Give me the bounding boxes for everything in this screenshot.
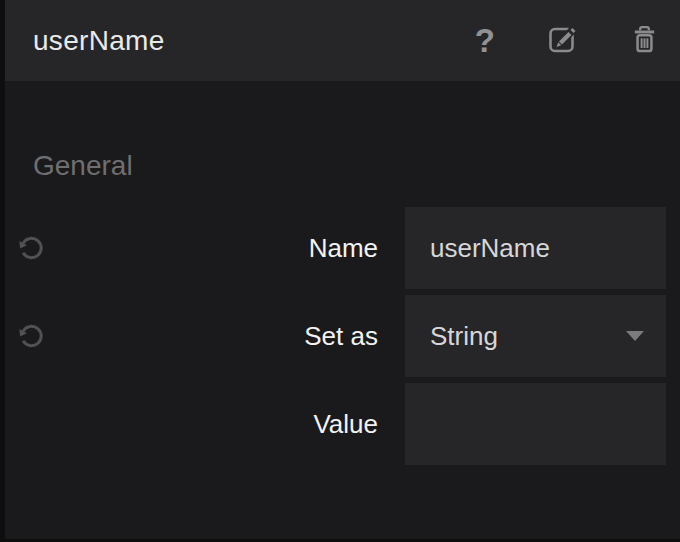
property-row-value: Value — [0, 383, 680, 465]
name-field — [405, 207, 666, 289]
edit-icon — [547, 23, 579, 58]
property-row-name: Name — [0, 207, 680, 289]
section-title-general: General — [33, 150, 133, 182]
value-field — [405, 383, 666, 465]
property-row-set-as: Set as String — [0, 295, 680, 377]
help-icon: ? — [475, 24, 495, 57]
panel-header: userName ? — [0, 0, 680, 81]
chevron-down-icon — [626, 331, 644, 341]
edit-button[interactable] — [547, 23, 579, 58]
name-field-label: Name — [0, 207, 378, 289]
value-input[interactable] — [405, 383, 666, 465]
set-as-dropdown[interactable]: String — [405, 295, 666, 377]
value-field-label: Value — [0, 383, 378, 465]
trash-icon — [631, 24, 658, 58]
set-as-field-label: Set as — [0, 295, 378, 377]
delete-button[interactable] — [631, 24, 658, 58]
header-actions: ? — [475, 0, 658, 81]
set-as-selected-value: String — [430, 321, 626, 352]
panel-title: userName — [33, 25, 165, 57]
name-input[interactable] — [405, 207, 666, 289]
help-button[interactable]: ? — [475, 24, 495, 57]
panel-left-edge — [0, 0, 5, 542]
